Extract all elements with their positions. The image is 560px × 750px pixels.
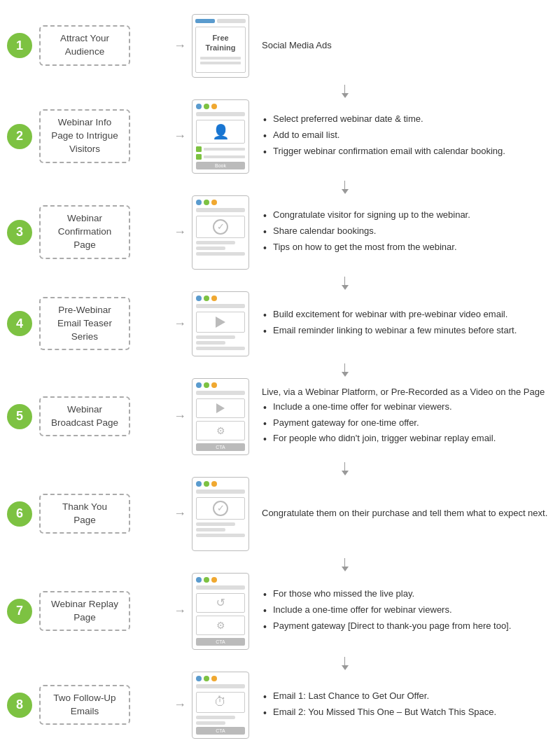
step-arrow-1: → <box>174 39 186 53</box>
mockup-confirmation-page: ✓ btn <box>192 477 249 551</box>
step-label-6: Thank YouPage <box>39 494 130 534</box>
list-item: For people who didn't join, trigger webi… <box>262 431 553 446</box>
step-number-6: 6 <box>7 501 32 527</box>
step-row-2: 2 Webinar InfoPage to IntrigueVisitors →… <box>7 99 553 174</box>
step-row-4: 4 Pre-WebinarEmail TeaserSeries → Build … <box>7 291 553 356</box>
step-left-4: 4 Pre-WebinarEmail TeaserSeries <box>7 297 168 351</box>
step-connector <box>7 181 553 194</box>
mockup-video-page <box>192 291 249 356</box>
step-row-8: 8 Two Follow-UpEmails → ⏱ CTA Email 1: L… <box>7 672 553 739</box>
step-arrow-7: → <box>174 604 186 618</box>
step-description-plain: Congratulate them on their purchase and … <box>262 508 547 518</box>
step-left-6: 6 Thank YouPage <box>7 494 168 534</box>
list-item: Email 2: You Missed This One – But Watch… <box>262 705 553 720</box>
step-arrow-8: → <box>174 697 186 712</box>
step-description-3: Congratulate visitor for signing up to t… <box>262 208 553 256</box>
step-number-5: 5 <box>7 404 32 429</box>
step-description-plain: Live, via a Webinar Platform, or Pre-Rec… <box>262 387 545 397</box>
step-label-3: WebinarConfirmationPage <box>39 205 130 259</box>
step-left-1: 1 Attract YourAudience <box>7 25 168 66</box>
step-arrow-3: → <box>174 225 186 239</box>
step-left-7: 7 Webinar ReplayPage <box>7 591 168 632</box>
list-item: Tips on how to get the most from the web… <box>262 240 553 255</box>
step-number-4: 4 <box>7 311 32 336</box>
mockup-form-page: 👤 Book <box>192 99 249 174</box>
mockup-email-page: ⏱ CTA <box>192 672 249 739</box>
step-left-2: 2 Webinar InfoPage to IntrigueVisitors <box>7 109 168 163</box>
step-connector <box>7 277 553 290</box>
step-connector <box>7 363 553 377</box>
step-label-7: Webinar ReplayPage <box>39 591 130 632</box>
step-description-1: Social Media Ads <box>262 39 553 53</box>
step-number-1: 1 <box>7 33 32 58</box>
step-arrow-2: → <box>174 129 186 144</box>
mockup-broadcast-page: ⚙ CTA <box>192 378 249 455</box>
list-item: Add to email list. <box>262 128 553 143</box>
step-row-5: 5 WebinarBroadcast Page → ⚙ CTA Live, vi… <box>7 378 553 455</box>
mockup-free-training: FreeTraining <box>192 14 249 78</box>
step-number-7: 7 <box>7 599 32 624</box>
list-item: Email 1: Last Chance to Get Our Offer. <box>262 689 553 704</box>
step-left-3: 3 WebinarConfirmationPage <box>7 205 168 259</box>
step-arrow-5: → <box>174 409 186 424</box>
step-number-8: 8 <box>7 693 32 718</box>
step-number-2: 2 <box>7 124 32 149</box>
step-arrow-6: → <box>174 506 186 521</box>
list-item: Trigger webinar confirmation email with … <box>262 144 553 159</box>
step-connector <box>7 657 553 670</box>
step-label-1: Attract YourAudience <box>39 25 130 66</box>
list-item: Payment gateway for one-time offer. <box>262 416 553 431</box>
list-item: Payment gateway [Direct to thank-you pag… <box>262 619 553 634</box>
step-label-5: WebinarBroadcast Page <box>39 396 130 437</box>
step-left-5: 5 WebinarBroadcast Page <box>7 396 168 437</box>
step-description-5: Live, via a Webinar Platform, or Pre-Rec… <box>262 385 553 447</box>
step-left-8: 8 Two Follow-UpEmails <box>7 685 168 725</box>
step-label-8: Two Follow-UpEmails <box>39 685 130 725</box>
mockup-confirmation-page: ✓ btn <box>192 195 249 270</box>
step-arrow-4: → <box>174 317 186 331</box>
step-description-8: Email 1: Last Chance to Get Our Offer.Em… <box>262 689 553 721</box>
list-item: Share calendar bookings. <box>262 224 553 239</box>
step-label-4: Pre-WebinarEmail TeaserSeries <box>39 297 130 351</box>
list-item: Include a one-time offer for webinar vie… <box>262 400 553 415</box>
step-connector <box>7 558 553 571</box>
step-row-6: 6 Thank YouPage → ✓ btn Congratulate the… <box>7 477 553 551</box>
step-description-6: Congratulate them on their purchase and … <box>262 506 553 521</box>
list-item: Build excitement for webinar with pre-we… <box>262 307 553 322</box>
step-label-2: Webinar InfoPage to IntrigueVisitors <box>39 109 130 163</box>
step-number-3: 3 <box>7 220 32 245</box>
step-description-4: Build excitement for webinar with pre-we… <box>262 307 553 340</box>
list-item: Include a one-time offer for webinar vie… <box>262 603 553 618</box>
list-item: Congratulate visitor for signing up to t… <box>262 208 553 223</box>
step-description-2: Select preferred webinar date & time.Add… <box>262 112 553 160</box>
step-description-plain: Social Media Ads <box>262 40 332 50</box>
step-row-3: 3 WebinarConfirmationPage → ✓ btn Congra… <box>7 195 553 270</box>
step-row-1: 1 Attract YourAudience → FreeTraining So… <box>7 14 553 78</box>
step-connector <box>7 462 553 475</box>
step-description-7: For those who missed the live play.Inclu… <box>262 587 553 634</box>
step-row-7: 7 Webinar ReplayPage → ↻ ⚙ CTA For those… <box>7 573 553 650</box>
list-item: Select preferred webinar date & time. <box>262 112 553 127</box>
list-item: Email reminder linking to webinar a few … <box>262 324 553 338</box>
step-connector <box>7 85 553 98</box>
mockup-replay-page: ↻ ⚙ CTA <box>192 573 249 650</box>
list-item: For those who missed the live play. <box>262 587 553 602</box>
